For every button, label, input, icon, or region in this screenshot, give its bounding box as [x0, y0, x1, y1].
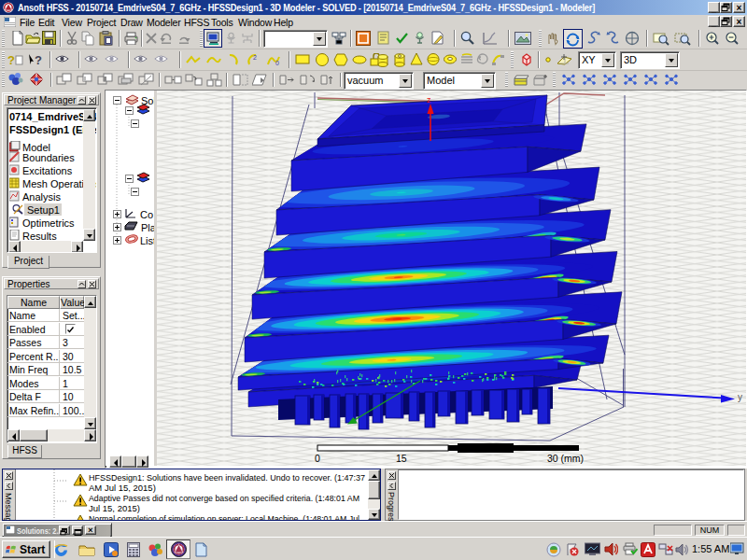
svg-text:15: 15: [396, 453, 407, 464]
svg-text:2: 2: [253, 54, 257, 61]
svg-text:0: 0: [315, 453, 320, 464]
svg-text:y: y: [738, 392, 742, 402]
svg-text:0: 0: [275, 60, 279, 66]
svg-text:HFSSDesign1: Solutions have b: HFSSDesign1: Solutions have been invalid…: [89, 472, 365, 483]
svg-text:z: z: [427, 95, 431, 105]
svg-text:AM Jul 15, 2015): AM Jul 15, 2015): [89, 483, 156, 493]
svg-text:?: ?: [7, 53, 15, 67]
svg-text:Normal completion of simulatio: Normal completion of simulation on serve…: [89, 513, 359, 520]
svg-text:30 (mm): 30 (mm): [547, 453, 584, 464]
svg-text:Jul 15, 2015): Jul 15, 2015): [89, 503, 140, 513]
svg-text:?: ?: [35, 53, 42, 67]
svg-text:Adaptive Passes did not conver: Adaptive Passes did not converge based o…: [89, 493, 359, 503]
